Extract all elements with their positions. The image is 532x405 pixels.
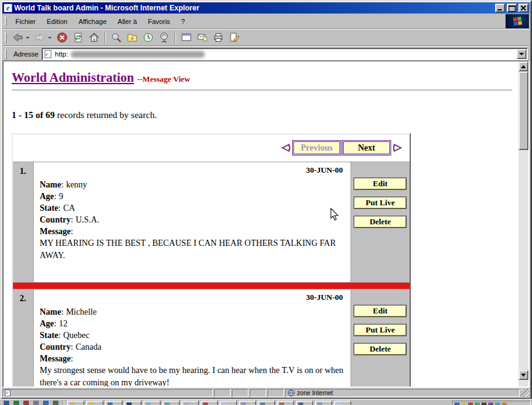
print-button[interactable] — [210, 30, 226, 45]
fullscreen-icon — [180, 31, 193, 44]
record-field: State:Quebec — [40, 329, 344, 341]
refresh-button[interactable] — [70, 30, 86, 45]
ie-document-icon — [5, 390, 10, 396]
taskbar-button[interactable] — [86, 401, 103, 405]
maximize-button[interactable] — [507, 4, 517, 12]
history-button[interactable] — [140, 30, 156, 45]
vertical-scrollbar[interactable] — [518, 61, 528, 387]
home-icon — [88, 31, 100, 44]
previous-arrow-icon[interactable] — [279, 140, 290, 155]
status-pane — [214, 389, 231, 397]
tray-icon[interactable] — [502, 403, 507, 405]
quick-launch-icon[interactable] — [22, 401, 30, 405]
message-text: My strongest sense would have to be my h… — [40, 364, 344, 387]
quick-launch-icon[interactable] — [42, 401, 50, 405]
record-field: Name:Michelle — [40, 306, 344, 318]
globe-icon — [288, 390, 295, 396]
menu-fichier[interactable]: Fichier — [10, 15, 41, 28]
address-url-text: http: — [55, 50, 68, 58]
taskbar-button[interactable] — [181, 401, 199, 405]
record-field: State:CA — [40, 202, 344, 214]
rebar-grip[interactable] — [5, 49, 7, 59]
menu-edition[interactable]: Edition — [41, 15, 73, 28]
tray-icon[interactable] — [475, 403, 480, 405]
forward-button[interactable] — [32, 30, 48, 45]
taskbar-button[interactable] — [200, 401, 218, 405]
menu-aide[interactable]: ? — [176, 15, 191, 28]
close-button[interactable] — [518, 4, 528, 12]
taskbar-button[interactable] — [67, 401, 84, 405]
menu-affichage[interactable]: Affichage — [73, 15, 113, 28]
favorites-button[interactable] — [124, 30, 140, 45]
tray-icon[interactable] — [495, 403, 500, 405]
put-live-button[interactable]: Put Live — [354, 197, 407, 209]
back-icon — [12, 31, 24, 44]
status-pane — [232, 389, 248, 397]
taskbar-button[interactable] — [143, 401, 161, 405]
tray-icon[interactable] — [488, 403, 493, 405]
taskbar-button[interactable] — [220, 401, 237, 405]
back-dropdown-icon[interactable] — [26, 37, 30, 39]
menu-aller-a[interactable]: Aller à — [112, 15, 142, 28]
taskbar-button[interactable] — [105, 401, 122, 405]
forward-dropdown-icon[interactable] — [48, 37, 52, 39]
previous-button[interactable]: Previous — [293, 141, 340, 154]
tray-icon[interactable] — [482, 403, 486, 405]
back-button[interactable] — [10, 30, 26, 45]
channels-button[interactable] — [156, 30, 172, 45]
title-bar[interactable]: e World Talk board Admin - Microsoft Int… — [2, 2, 530, 14]
quick-launch-icon[interactable] — [2, 401, 10, 405]
tray-icon[interactable] — [461, 403, 466, 405]
stop-icon — [56, 31, 68, 44]
resize-grip[interactable] — [521, 389, 530, 397]
taskbar-button[interactable] — [239, 401, 256, 405]
edit-button[interactable]: Edit — [354, 178, 407, 190]
taskbar-button[interactable] — [162, 401, 180, 405]
edit-page-button[interactable] — [226, 30, 242, 45]
taskbar-button[interactable] — [124, 401, 141, 405]
taskbar-button[interactable] — [334, 401, 351, 405]
home-button[interactable] — [86, 30, 102, 45]
delete-button[interactable]: Delete — [354, 216, 407, 228]
scroll-up-button[interactable] — [518, 61, 528, 71]
rebar-grip[interactable] — [5, 17, 7, 26]
quick-launch-icon[interactable] — [12, 401, 20, 405]
security-zone-pane: zone Internet — [285, 389, 520, 397]
print-icon — [212, 31, 224, 44]
pager-row: Previous Next — [12, 134, 410, 162]
address-label: Adresse — [12, 50, 39, 58]
quick-launch-icon[interactable] — [32, 401, 40, 405]
address-input[interactable]: e http: — [42, 48, 528, 60]
fullscreen-button[interactable] — [178, 30, 194, 45]
taskbar-button[interactable] — [277, 401, 294, 405]
taskbar-button[interactable] — [296, 401, 313, 405]
edit-button[interactable]: Edit — [354, 305, 407, 317]
world-administration-link[interactable]: World Administration — [12, 70, 134, 85]
next-button[interactable]: Next — [343, 141, 390, 154]
mail-button[interactable] — [194, 30, 210, 45]
tray-icon[interactable] — [468, 403, 473, 405]
record-field: Country:U.S.A. — [40, 214, 344, 226]
search-button[interactable] — [108, 30, 124, 45]
menu-favoris[interactable]: Favoris — [143, 15, 176, 28]
tray-icon[interactable] — [455, 403, 459, 405]
quick-launch-icon[interactable] — [52, 401, 60, 405]
rebar-grip[interactable] — [5, 33, 7, 43]
taskbar-button[interactable] — [258, 401, 275, 405]
window-title: World Talk board Admin - Microsoft Inter… — [14, 4, 493, 12]
scroll-down-button[interactable] — [518, 370, 528, 380]
put-live-button[interactable]: Put Live — [354, 324, 407, 336]
scrollbar-thumb[interactable] — [518, 71, 528, 150]
delete-button[interactable]: Delete — [354, 343, 407, 355]
search-icon — [110, 31, 122, 44]
minimize-button[interactable] — [495, 4, 505, 12]
page-subtitle: --Message View — [137, 74, 190, 84]
next-arrow-icon[interactable] — [393, 140, 404, 155]
mouse-cursor — [330, 208, 339, 221]
stop-button[interactable] — [54, 30, 70, 45]
results-summary: 1 - 15 of 69 records returned by search. — [12, 110, 512, 120]
address-dropdown-button[interactable] — [517, 49, 526, 59]
toolbar — [2, 29, 530, 46]
record-field: Age:9 — [40, 191, 344, 202]
taskbar-button[interactable] — [315, 401, 332, 405]
